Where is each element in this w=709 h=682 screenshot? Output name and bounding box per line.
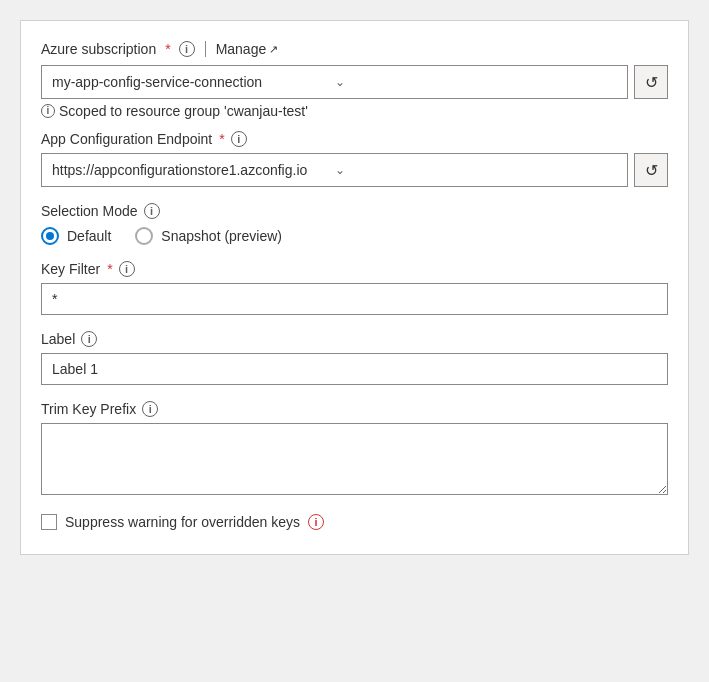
selection-mode-info-icon[interactable]: i bbox=[144, 203, 160, 219]
trim-key-prefix-label-row: Trim Key Prefix i bbox=[41, 401, 668, 417]
app-config-dropdown-wrapper: https://appconfigurationstore1.azconfig.… bbox=[41, 153, 668, 187]
trim-key-prefix-label: Trim Key Prefix bbox=[41, 401, 136, 417]
label-label-row: Label i bbox=[41, 331, 668, 347]
azure-subscription-refresh-button[interactable]: ↺ bbox=[634, 65, 668, 99]
scoped-note-info-icon: i bbox=[41, 104, 55, 118]
app-config-label: App Configuration Endpoint bbox=[41, 131, 212, 147]
app-config-dropdown[interactable]: https://appconfigurationstore1.azconfig.… bbox=[41, 153, 628, 187]
selection-mode-default-option[interactable]: Default bbox=[41, 227, 111, 245]
selection-mode-default-radio-inner bbox=[46, 232, 54, 240]
key-filter-label-row: Key Filter * i bbox=[41, 261, 668, 277]
app-config-value: https://appconfigurationstore1.azconfig.… bbox=[52, 162, 335, 178]
selection-mode-label-row: Selection Mode i bbox=[41, 203, 668, 219]
selection-mode-radio-group: Default Snapshot (preview) bbox=[41, 227, 668, 245]
azure-subscription-dropdown-wrapper: my-app-config-service-connection ⌄ ↺ bbox=[41, 65, 668, 99]
label-field-group: Label i bbox=[41, 331, 668, 385]
manage-external-icon: ↗ bbox=[269, 43, 278, 56]
app-config-field-group: App Configuration Endpoint * i https://a… bbox=[41, 131, 668, 187]
header-divider bbox=[205, 41, 206, 57]
app-config-label-row: App Configuration Endpoint * i bbox=[41, 131, 668, 147]
azure-subscription-info-icon[interactable]: i bbox=[179, 41, 195, 57]
azure-subscription-chevron: ⌄ bbox=[335, 75, 618, 89]
key-filter-input[interactable] bbox=[41, 283, 668, 315]
azure-subscription-required: * bbox=[165, 41, 170, 57]
key-filter-info-icon[interactable]: i bbox=[119, 261, 135, 277]
manage-link[interactable]: Manage ↗ bbox=[216, 41, 279, 57]
key-filter-field-group: Key Filter * i bbox=[41, 261, 668, 315]
app-config-chevron: ⌄ bbox=[335, 163, 618, 177]
key-filter-required: * bbox=[107, 261, 112, 277]
key-filter-label: Key Filter bbox=[41, 261, 100, 277]
label-info-icon[interactable]: i bbox=[81, 331, 97, 347]
trim-key-prefix-field-group: Trim Key Prefix i bbox=[41, 401, 668, 498]
main-panel: Azure subscription * i Manage ↗ my-app-c… bbox=[20, 20, 689, 555]
azure-subscription-refresh-icon: ↺ bbox=[645, 73, 658, 92]
scoped-note-text: Scoped to resource group 'cwanjau-test' bbox=[59, 103, 308, 119]
azure-subscription-label: Azure subscription bbox=[41, 41, 156, 57]
label-field-label: Label bbox=[41, 331, 75, 347]
suppress-warning-checkbox[interactable] bbox=[41, 514, 57, 530]
suppress-warning-info-icon[interactable]: i bbox=[308, 514, 324, 530]
app-config-refresh-button[interactable]: ↺ bbox=[634, 153, 668, 187]
scoped-note: i Scoped to resource group 'cwanjau-test… bbox=[41, 103, 668, 119]
app-config-info-icon[interactable]: i bbox=[231, 131, 247, 147]
trim-key-prefix-textarea[interactable] bbox=[41, 423, 668, 495]
selection-mode-snapshot-radio-outer bbox=[135, 227, 153, 245]
selection-mode-default-radio-outer bbox=[41, 227, 59, 245]
selection-mode-snapshot-label: Snapshot (preview) bbox=[161, 228, 282, 244]
suppress-warning-row: Suppress warning for overridden keys i bbox=[41, 514, 668, 530]
azure-subscription-header: Azure subscription * i Manage ↗ bbox=[41, 41, 668, 57]
selection-mode-field-group: Selection Mode i Default Snapshot (previ… bbox=[41, 203, 668, 245]
selection-mode-default-label: Default bbox=[67, 228, 111, 244]
azure-subscription-dropdown[interactable]: my-app-config-service-connection ⌄ bbox=[41, 65, 628, 99]
azure-subscription-value: my-app-config-service-connection bbox=[52, 74, 335, 90]
suppress-warning-label: Suppress warning for overridden keys bbox=[65, 514, 300, 530]
label-input[interactable] bbox=[41, 353, 668, 385]
trim-key-prefix-info-icon[interactable]: i bbox=[142, 401, 158, 417]
app-config-refresh-icon: ↺ bbox=[645, 161, 658, 180]
app-config-required: * bbox=[219, 131, 224, 147]
selection-mode-label: Selection Mode bbox=[41, 203, 138, 219]
selection-mode-snapshot-option[interactable]: Snapshot (preview) bbox=[135, 227, 282, 245]
